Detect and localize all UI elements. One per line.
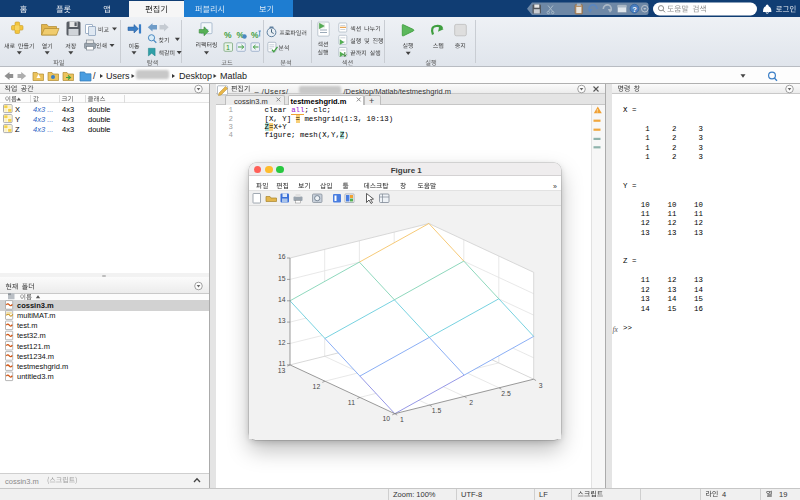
svg-text:1: 1 bbox=[226, 44, 230, 51]
svg-text:?: ? bbox=[632, 5, 637, 14]
svg-text:%: % bbox=[251, 30, 259, 40]
svg-text:%: % bbox=[224, 30, 232, 40]
svg-text:»: » bbox=[553, 183, 557, 190]
